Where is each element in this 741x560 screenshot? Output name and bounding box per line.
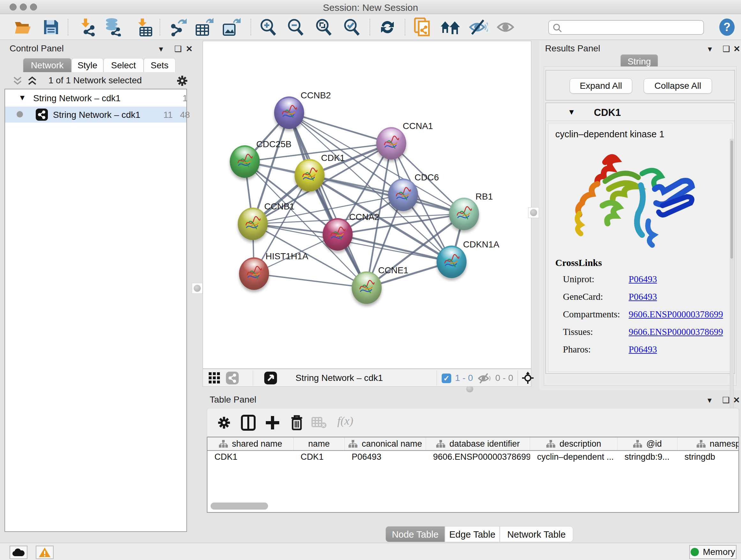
crosslink-link[interactable]: 9606.ENSP00000378699 — [629, 309, 723, 320]
import-table-icon[interactable] — [133, 17, 154, 37]
network-edge[interactable] — [254, 273, 367, 288]
table-cell[interactable]: stringdb — [677, 452, 739, 463]
crosslink-link[interactable]: P06493 — [629, 274, 657, 285]
memory-button[interactable]: Memory — [689, 545, 737, 559]
tab-node-table[interactable]: Node Table — [386, 526, 445, 542]
network-node-cdc6[interactable] — [388, 179, 418, 211]
table-cell[interactable]: CDK1 — [207, 452, 293, 463]
control-panel-menu-icon[interactable]: ▾ — [159, 44, 163, 54]
zoom-in-icon[interactable] — [258, 17, 278, 37]
network-node-cdc25b[interactable] — [230, 145, 260, 178]
network-options-gear-icon[interactable] — [176, 75, 188, 87]
table-cell[interactable]: stringdb:9... — [617, 452, 677, 463]
column-header-name[interactable]: name — [293, 437, 345, 450]
export-network-icon[interactable] — [168, 17, 188, 37]
results-panel-float-icon[interactable]: ❑ — [723, 44, 730, 54]
zoom-out-icon[interactable] — [285, 17, 306, 37]
control-panel-close-icon[interactable]: ✕ — [186, 44, 193, 54]
table-cell[interactable]: CDK1 — [293, 452, 345, 463]
help-icon[interactable]: ? — [717, 17, 737, 37]
network-node-ccne1[interactable] — [352, 271, 382, 304]
crosslink-link[interactable]: 9606.ENSP00000378699 — [629, 327, 723, 337]
results-scrollbar[interactable] — [730, 139, 734, 410]
network-edge[interactable] — [289, 113, 391, 143]
birdseye-view-icon[interactable] — [264, 372, 277, 384]
crosslink-link[interactable]: P06493 — [629, 292, 657, 302]
collapse-all-button[interactable]: Collapse All — [644, 78, 712, 94]
left-splitter-grip[interactable] — [192, 283, 203, 294]
tab-sets[interactable]: Sets — [144, 58, 176, 72]
tab-select[interactable]: Select — [104, 58, 144, 72]
column-header-namespace[interactable]: namespace — [677, 437, 739, 450]
crosslink-link[interactable]: P06493 — [629, 344, 657, 355]
grid-view-icon[interactable] — [209, 372, 221, 384]
expand-all-button[interactable]: Expand All — [569, 78, 632, 94]
column-header-canonical-name[interactable]: canonical name — [345, 437, 426, 450]
column-header--id[interactable]: @id — [617, 437, 677, 450]
delete-column-trash-icon[interactable] — [287, 414, 306, 432]
table-settings-gear-icon[interactable] — [215, 414, 233, 432]
network-node-cdk1[interactable] — [294, 159, 325, 192]
control-panel-float-icon[interactable]: ❑ — [174, 44, 182, 54]
open-session-icon[interactable] — [13, 17, 33, 37]
tab-edge-table[interactable]: Edge Table — [445, 526, 500, 542]
show-all-icon[interactable] — [496, 17, 516, 37]
import-network-icon[interactable] — [77, 17, 97, 37]
gene-collapse-icon[interactable]: ▼ — [568, 108, 576, 117]
network-collection-row[interactable]: ▼ String Network – cdk1 1 — [5, 91, 186, 107]
zoom-fit-icon[interactable] — [313, 17, 334, 37]
network-row[interactable]: String Network – cdk1 11 48 — [5, 107, 186, 123]
table-cell[interactable]: cyclin–dependent ... — [530, 452, 617, 463]
import-database-icon[interactable] — [103, 17, 124, 37]
table-panel-float-icon[interactable]: ❑ — [722, 395, 730, 405]
export-image-icon[interactable] — [221, 17, 242, 37]
zoom-selected-icon[interactable] — [341, 17, 362, 37]
tab-network[interactable]: Network — [23, 58, 71, 72]
network-node-cdkn1a[interactable] — [436, 246, 467, 278]
column-header-description[interactable]: description — [530, 437, 617, 450]
expand-all-icon[interactable] — [27, 76, 38, 86]
tab-style[interactable]: Style — [71, 58, 104, 72]
table-cell[interactable]: P06493 — [345, 452, 426, 463]
search-input[interactable] — [548, 20, 704, 35]
tab-network-table[interactable]: Network Table — [500, 526, 573, 542]
gene-section-header[interactable]: ▼ CDK1 — [546, 103, 734, 121]
node-table[interactable]: shared namenamecanonical namedatabase id… — [207, 437, 739, 513]
memory-status-dot-icon — [690, 548, 699, 556]
crosshair-icon[interactable] — [522, 372, 534, 384]
column-header-shared-name[interactable]: shared name — [207, 437, 293, 450]
table-panel-menu-icon[interactable]: ▾ — [708, 395, 712, 405]
show-columns-icon[interactable] — [239, 414, 258, 432]
network-node-ccna1[interactable] — [376, 127, 406, 160]
table-cell[interactable]: 9606.ENSP00000378699 — [426, 452, 530, 463]
right-splitter-grip[interactable] — [528, 207, 539, 218]
results-panel-close-icon[interactable]: ✕ — [733, 44, 740, 54]
toolbar-separator — [369, 19, 370, 36]
hidden-eye-icon[interactable] — [478, 373, 492, 384]
column-header-database-identifier[interactable]: database identifier — [426, 437, 530, 450]
network-view-icon[interactable] — [226, 372, 239, 384]
warning-icon[interactable] — [36, 546, 54, 559]
table-header-row[interactable]: shared namenamecanonical namedatabase id… — [207, 437, 739, 451]
network-node-hist1h1a[interactable] — [239, 257, 269, 290]
export-table-icon[interactable] — [194, 17, 214, 37]
cloud-status-icon[interactable] — [10, 546, 27, 559]
network-node-ccnb2[interactable] — [274, 97, 304, 129]
copy-style-icon[interactable] — [412, 17, 433, 37]
network-node-ccnb1[interactable] — [238, 207, 268, 240]
collection-expand-icon[interactable]: ▼ — [18, 93, 26, 102]
collapse-all-icon[interactable] — [12, 76, 23, 86]
results-panel-menu-icon[interactable]: ▾ — [708, 44, 712, 54]
canvas-bar-separator — [518, 370, 518, 386]
network-node-rb1[interactable] — [449, 198, 479, 230]
network-node-ccna2[interactable] — [323, 218, 353, 251]
refresh-layout-icon[interactable] — [377, 17, 398, 37]
hide-selected-icon[interactable] — [468, 17, 488, 37]
add-column-icon[interactable] — [263, 414, 282, 432]
selected-nodes-checkbox-icon[interactable]: ✓ — [442, 374, 451, 383]
table-panel-close-icon[interactable]: ✕ — [733, 395, 740, 405]
home-icon[interactable] — [440, 17, 461, 37]
save-session-icon[interactable] — [41, 17, 61, 37]
table-horizontal-scrollbar[interactable] — [211, 503, 268, 509]
network-canvas[interactable]: CCNB2CCNA1CDC25BCDK1CDC6RB1CCNB1CCNA2CDK… — [203, 41, 531, 369]
